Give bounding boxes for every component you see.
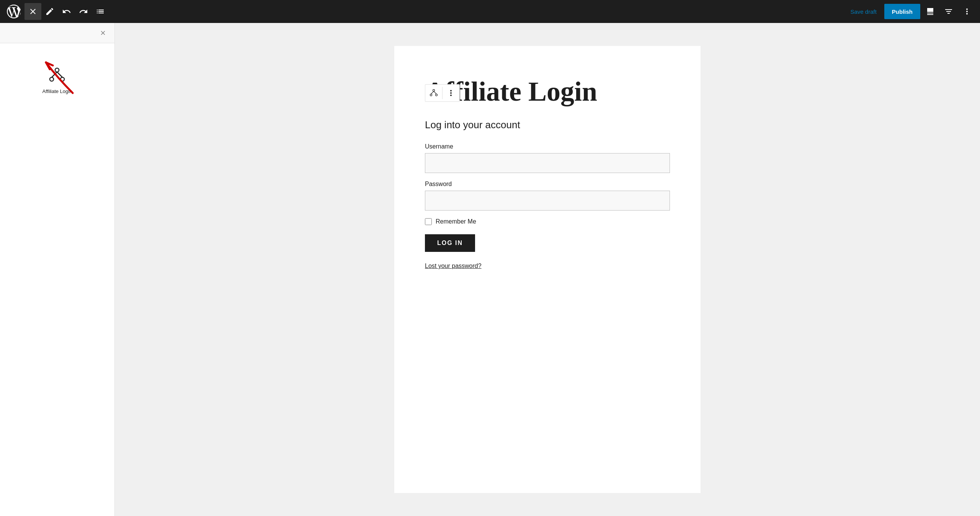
form-subtitle: Log into your account xyxy=(425,119,670,131)
password-input[interactable] xyxy=(425,191,670,211)
remember-me-label: Remember Me xyxy=(436,218,476,225)
undo-button[interactable] xyxy=(58,3,75,20)
sidebar: affiliate login xyxy=(0,23,115,516)
block-toolbar xyxy=(425,84,460,102)
close-button[interactable] xyxy=(24,3,41,20)
search-input[interactable]: affiliate login xyxy=(6,30,98,36)
sidebar-close-button[interactable] xyxy=(98,28,108,38)
settings-panel-button[interactable] xyxy=(940,3,957,20)
svg-line-3 xyxy=(52,72,57,77)
preview-button[interactable] xyxy=(922,3,939,20)
editor-canvas: Affiliate Login Log into your account Us… xyxy=(115,23,980,516)
affiliate-login-icon xyxy=(48,66,66,85)
svg-line-4 xyxy=(57,72,62,77)
affiliate-login-block[interactable]: Affiliate Login xyxy=(42,66,72,94)
username-label: Username xyxy=(425,143,670,150)
main-layout: affiliate login xyxy=(0,23,980,516)
password-label: Password xyxy=(425,181,670,188)
svg-line-8 xyxy=(431,91,434,94)
svg-point-6 xyxy=(430,94,432,96)
publish-button[interactable]: Publish xyxy=(884,4,920,19)
lost-password-link[interactable]: Lost your password? xyxy=(425,263,482,269)
block-type-button[interactable] xyxy=(425,85,442,101)
remember-me-checkbox[interactable] xyxy=(425,218,432,225)
svg-point-0 xyxy=(55,68,59,72)
list-view-button[interactable] xyxy=(92,3,109,20)
remember-me-row: Remember Me xyxy=(425,218,670,225)
svg-point-7 xyxy=(436,94,438,96)
save-draft-button[interactable]: Save draft xyxy=(844,5,882,18)
edit-button[interactable] xyxy=(41,3,58,20)
sidebar-search-bar: affiliate login xyxy=(0,23,114,43)
svg-point-5 xyxy=(433,90,435,91)
affiliate-login-label: Affiliate Login xyxy=(42,88,72,94)
redo-button[interactable] xyxy=(75,3,92,20)
block-more-options-button[interactable] xyxy=(443,85,459,101)
sidebar-content: Affiliate Login xyxy=(0,43,114,516)
page-title: Affiliate Login xyxy=(425,77,670,107)
toolbar: Save draft Publish xyxy=(0,0,980,23)
svg-point-2 xyxy=(60,77,64,81)
wp-logo[interactable] xyxy=(5,0,23,23)
username-input[interactable] xyxy=(425,153,670,173)
login-button[interactable]: LOG IN xyxy=(425,234,475,252)
svg-line-9 xyxy=(434,91,436,94)
editor-content-area: Affiliate Login Log into your account Us… xyxy=(394,46,701,493)
toolbar-right: Save draft Publish xyxy=(844,3,975,20)
more-options-button[interactable] xyxy=(959,3,975,20)
svg-point-1 xyxy=(50,77,54,81)
